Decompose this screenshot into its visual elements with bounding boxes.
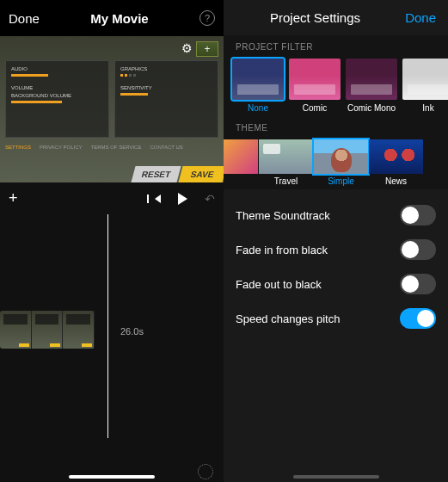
- settings-icon[interactable]: [198, 464, 213, 479]
- filter-name: None: [232, 103, 284, 113]
- filter-thumb: [402, 59, 448, 100]
- toggle-fade-out[interactable]: [400, 274, 436, 294]
- play-icon[interactable]: [178, 193, 187, 205]
- done-button[interactable]: Done: [9, 11, 40, 26]
- theme-list[interactable]: Travel Simple News: [224, 136, 448, 189]
- sub-label: BACKGROUND VOLUME: [11, 93, 103, 98]
- theme-thumb: [369, 139, 423, 174]
- filter-thumb: [346, 59, 397, 100]
- theme-thumb: [259, 139, 313, 174]
- sub-label: SENSITIVITY: [120, 85, 212, 90]
- header: Project Settings Done: [224, 0, 448, 35]
- tab: PRIVACY POLICY: [40, 145, 82, 150]
- toggle-label: Speed changes pitch: [236, 312, 340, 325]
- filter-name: Comic: [289, 103, 341, 113]
- theme-item-simple[interactable]: Simple: [314, 139, 368, 186]
- home-indicator[interactable]: [69, 475, 155, 479]
- page-title: Project Settings: [270, 10, 360, 25]
- theme-thumb: [314, 139, 368, 174]
- theme-name: News: [369, 176, 423, 186]
- help-icon[interactable]: ?: [199, 10, 215, 26]
- theme-item-travel[interactable]: Travel: [259, 139, 313, 186]
- playhead[interactable]: [107, 214, 108, 438]
- playback-toolbar: + ↶: [0, 182, 224, 214]
- home-indicator[interactable]: [293, 475, 379, 479]
- clip[interactable]: [0, 311, 95, 349]
- project-title: My Movie: [90, 11, 149, 26]
- add-icon[interactable]: +: [196, 41, 218, 57]
- toggle-theme-soundtrack[interactable]: [400, 205, 436, 226]
- preview-panel: GRAPHICS SENSITIVITY: [114, 60, 218, 138]
- sub-label: VOLUME: [11, 85, 103, 90]
- panel-label: AUDIO: [11, 66, 103, 71]
- preview-viewer[interactable]: ⚙ + AUDIO VOLUME BACKGROUND VOLUME GRAPH…: [0, 36, 224, 182]
- editor-screen: Done My Movie ? ⚙ + AUDIO VOLUME BACKGRO…: [0, 0, 224, 482]
- footer: [0, 457, 224, 482]
- section-label: PROJECT FILTER: [224, 35, 448, 55]
- filter-item-comic[interactable]: Comic: [289, 59, 341, 113]
- filter-name: Ink: [402, 103, 448, 113]
- slider-icon: [120, 93, 148, 96]
- filter-item-none[interactable]: None: [232, 59, 284, 113]
- save-button: SAVE: [178, 166, 226, 182]
- tab: SETTINGS: [5, 145, 31, 150]
- add-icon[interactable]: +: [9, 189, 18, 207]
- preview-topbar: ⚙ +: [5, 41, 218, 57]
- preview-bottombar: RESET SAVE: [0, 166, 224, 182]
- dots-icon: [120, 74, 212, 77]
- slider-icon: [11, 74, 48, 77]
- preview-panels: AUDIO VOLUME BACKGROUND VOLUME GRAPHICS …: [5, 60, 218, 138]
- done-button[interactable]: Done: [405, 10, 436, 25]
- section-label: THEME: [224, 116, 448, 136]
- time-label: 26.0s: [120, 326, 144, 337]
- theme-item-news[interactable]: News: [369, 139, 423, 186]
- filter-item-comic-mono[interactable]: Comic Mono: [346, 59, 397, 113]
- filter-list[interactable]: None Comic Comic Mono Ink: [224, 55, 448, 116]
- undo-icon[interactable]: ↶: [205, 192, 215, 206]
- header: Done My Movie ?: [0, 0, 224, 36]
- toggle-row: Theme Soundtrack: [224, 198, 448, 232]
- filter-item-ink[interactable]: Ink: [402, 59, 448, 113]
- previous-icon[interactable]: [155, 195, 161, 203]
- toggle-label: Fade out to black: [236, 278, 322, 291]
- toggle-row: Fade in from black: [224, 232, 448, 267]
- toggle-fade-in[interactable]: [400, 239, 436, 260]
- slider-icon: [11, 101, 62, 103]
- filter-thumb: [289, 59, 341, 100]
- toggle-row: Speed changes pitch: [224, 301, 448, 336]
- tab: TERMS OF SERVICE: [90, 145, 141, 150]
- filter-thumb: [232, 59, 284, 100]
- theme-item[interactable]: [224, 139, 258, 186]
- toggle-row: Fade out to black: [224, 267, 448, 301]
- settings-screen: Project Settings Done PROJECT FILTER Non…: [224, 0, 448, 482]
- theme-thumb: [224, 139, 258, 174]
- filter-name: Comic Mono: [346, 103, 397, 113]
- tab: CONTACT US: [150, 145, 182, 150]
- gear-icon[interactable]: ⚙: [181, 41, 193, 57]
- theme-name: Simple: [314, 176, 368, 186]
- preview-panel: AUDIO VOLUME BACKGROUND VOLUME: [5, 60, 109, 138]
- reset-button: RESET: [132, 166, 181, 182]
- theme-name: Travel: [259, 176, 313, 186]
- toggle-label: Theme Soundtrack: [236, 209, 330, 222]
- panel-label: GRAPHICS: [120, 66, 212, 71]
- toggle-speed-pitch[interactable]: [400, 308, 436, 329]
- toggle-label: Fade in from black: [236, 244, 328, 256]
- timeline[interactable]: 26.0s: [0, 214, 224, 438]
- preview-tabs: SETTINGS PRIVACY POLICY TERMS OF SERVICE…: [5, 145, 218, 150]
